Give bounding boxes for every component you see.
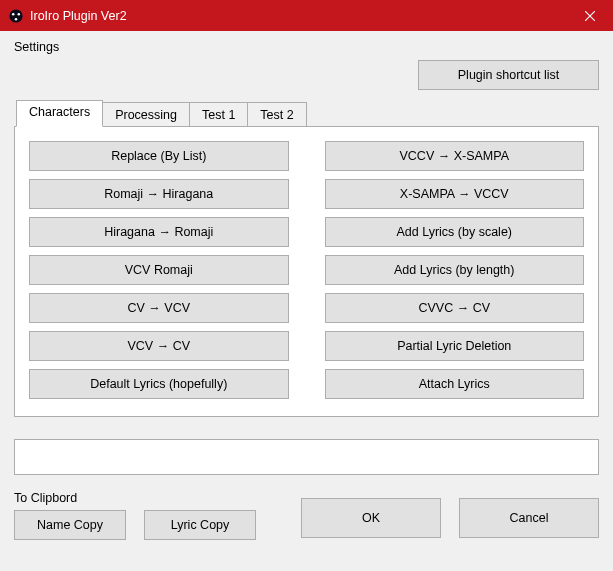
partial-lyric-deletion-button[interactable]: Partial Lyric Deletion [325, 331, 585, 361]
cvvc-to-cv-button[interactable]: CVVC → CV [325, 293, 585, 323]
titlebar: IroIro Plugin Ver2 [0, 0, 613, 31]
tab-processing[interactable]: Processing [102, 102, 190, 127]
replace-by-list-button[interactable]: Replace (By List) [29, 141, 289, 171]
svg-point-0 [9, 9, 22, 22]
settings-heading: Settings [14, 40, 599, 54]
add-lyrics-by-scale-button[interactable]: Add Lyrics (by scale) [325, 217, 585, 247]
ok-button[interactable]: OK [301, 498, 441, 538]
vccv-to-xsampa-button[interactable]: VCCV → X-SAMPA [325, 141, 585, 171]
app-icon [8, 8, 24, 24]
left-column: Replace (By List) Romaji → Hiragana Hira… [29, 141, 289, 399]
vcv-romaji-button[interactable]: VCV Romaji [29, 255, 289, 285]
lyric-copy-button[interactable]: Lyric Copy [144, 510, 256, 540]
svg-point-2 [18, 12, 21, 15]
tab-panel: Replace (By List) Romaji → Hiragana Hira… [14, 126, 599, 417]
tab-characters[interactable]: Characters [16, 100, 103, 127]
tab-test-2[interactable]: Test 2 [247, 102, 306, 127]
svg-point-1 [12, 12, 15, 15]
name-copy-button[interactable]: Name Copy [14, 510, 126, 540]
close-button[interactable] [567, 0, 613, 31]
output-textbox[interactable] [14, 439, 599, 475]
client-area: Settings Plugin shortcut list Characters… [0, 31, 613, 554]
add-lyrics-by-length-button[interactable]: Add Lyrics (by length) [325, 255, 585, 285]
window-title: IroIro Plugin Ver2 [30, 9, 567, 23]
hiragana-to-romaji-button[interactable]: Hiragana → Romaji [29, 217, 289, 247]
vcv-to-cv-button[interactable]: VCV → CV [29, 331, 289, 361]
top-row: Plugin shortcut list [14, 60, 599, 90]
tab-strip: Characters Processing Test 1 Test 2 [16, 100, 599, 127]
attach-lyrics-button[interactable]: Attach Lyrics [325, 369, 585, 399]
svg-point-3 [15, 18, 18, 21]
right-column: VCCV → X-SAMPA X-SAMPA → VCCV Add Lyrics… [325, 141, 585, 399]
bottom-row: Name Copy Lyric Copy OK Cancel [14, 510, 599, 540]
cv-to-vcv-button[interactable]: CV → VCV [29, 293, 289, 323]
cancel-button[interactable]: Cancel [459, 498, 599, 538]
romaji-to-hiragana-button[interactable]: Romaji → Hiragana [29, 179, 289, 209]
tab-test-1[interactable]: Test 1 [189, 102, 248, 127]
default-lyrics-button[interactable]: Default Lyrics (hopefully) [29, 369, 289, 399]
plugin-shortcut-list-button[interactable]: Plugin shortcut list [418, 60, 599, 90]
xsampa-to-vccv-button[interactable]: X-SAMPA → VCCV [325, 179, 585, 209]
